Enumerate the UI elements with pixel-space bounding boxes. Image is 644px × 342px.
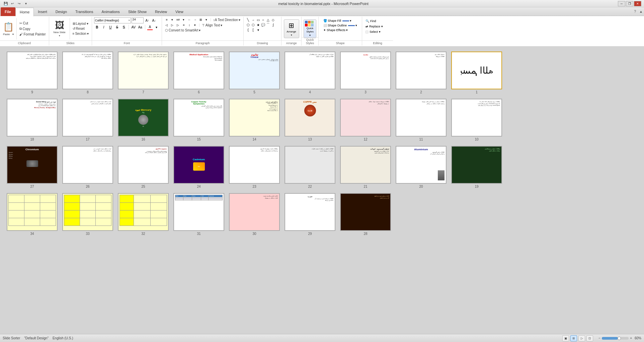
increase-font-size-btn[interactable]: A↑ bbox=[144, 17, 150, 23]
bullets-btn[interactable]: ≡ bbox=[164, 17, 169, 22]
shape-callout[interactable]: 💬 bbox=[261, 22, 265, 27]
paste-label[interactable]: Paste bbox=[2, 32, 11, 36]
font-size-select[interactable]: 24 bbox=[132, 17, 144, 23]
tab-slideshow[interactable]: Slide Show bbox=[124, 7, 151, 16]
slide-20[interactable]: Aluminium اطلاعات عنصر آلومینیومو خواص ف… bbox=[396, 146, 447, 188]
cut-button[interactable]: ✂ Cut bbox=[18, 21, 47, 25]
select-btn[interactable]: ⬚ Select ▾ bbox=[364, 29, 391, 34]
decrease-indent-btn[interactable]: ← bbox=[187, 17, 192, 22]
tab-animations[interactable]: Animations bbox=[97, 7, 124, 16]
zoom-handle[interactable] bbox=[618, 337, 621, 340]
align-text-btn[interactable]: ⊤ Align Text ▾ bbox=[201, 23, 223, 27]
numbering-btn[interactable]: ≡# bbox=[175, 17, 181, 22]
change-case-btn[interactable]: Aa bbox=[137, 24, 143, 30]
close-btn[interactable]: ✕ bbox=[634, 1, 641, 6]
shape-connector[interactable]: ⌒ bbox=[266, 22, 270, 27]
find-btn[interactable]: 🔍 Find bbox=[364, 19, 391, 23]
slide-6[interactable]: Medical Application Bone plates, pace ma… bbox=[173, 52, 224, 94]
shape-diamond[interactable]: ◇ bbox=[271, 17, 275, 22]
slide-14[interactable]: منابع مس در بدن Copper Cookware .1Dental… bbox=[229, 99, 280, 141]
slide-8[interactable]: مطالعات زیادی نشان می‌دهد که آلومینیوم و… bbox=[62, 52, 113, 94]
shape-oval[interactable]: ○ bbox=[261, 17, 265, 22]
slide-32[interactable]: 32 bbox=[118, 193, 169, 236]
view-slideshow-btn[interactable]: ⊡ bbox=[586, 335, 593, 341]
redo-btn[interactable]: ↪ bbox=[16, 1, 22, 7]
paste-button[interactable]: 📋 bbox=[3, 22, 14, 32]
slide-27[interactable]: Chromium Symbol:Number:Melting:Boiling: … bbox=[7, 146, 58, 188]
bullets-arrow[interactable]: ▾ bbox=[170, 17, 175, 22]
slide-29[interactable]: سرب اطلاعات مرتبط با سرب و سمیت آنHolo م… bbox=[285, 193, 335, 236]
view-normal-btn[interactable]: ▣ bbox=[562, 335, 569, 341]
convert-smartart-btn[interactable]: ⬡ Convert to SmartArt ▾ bbox=[164, 28, 202, 32]
shape-hexagon[interactable]: ⬡ bbox=[251, 22, 255, 27]
slide-30[interactable]: خلاصه نتایج و مقایسه سمیتفلزات مختلف در … bbox=[229, 193, 280, 236]
slide-19[interactable]: مطالعات حیوانی و سرطانزاییترکیبات مختلف … bbox=[451, 146, 502, 188]
tab-transitions[interactable]: Transitions bbox=[71, 7, 97, 16]
paste-arrow[interactable]: ▾ bbox=[11, 32, 15, 36]
slide-21[interactable]: فراوانی آلومینیوم - کوبالت اثرات طولانی … bbox=[340, 146, 391, 188]
slide-23[interactable]: مطالعات اثرات بیولوژیک کادمیومو ارتباط آ… bbox=[229, 146, 280, 188]
slide-22[interactable]: اطلاعات تکمیلی در رابطه با سمیت فلزاتو ک… bbox=[285, 146, 335, 188]
slide-33[interactable]: 33 bbox=[62, 193, 113, 236]
shape-line[interactable]: ╲ bbox=[246, 17, 250, 22]
slide-5[interactable]: تیتانیوم TITANIUM خواص فیزیکی - شیمیایی … bbox=[229, 52, 280, 94]
tab-design[interactable]: Design bbox=[52, 7, 71, 16]
customize-btn[interactable]: ▾ bbox=[23, 1, 29, 7]
italic-btn[interactable]: I bbox=[101, 24, 107, 30]
slide-24[interactable]: Cadmium Cd 24 bbox=[173, 146, 224, 188]
shape-fill-btn[interactable]: 🪣 Shape Fill ▾ bbox=[322, 19, 352, 23]
slide-4[interactable]: قرارات متفاوت بین دو بخش برای مطالعه آنل… bbox=[285, 52, 335, 94]
font-color-arrow[interactable]: ▾ bbox=[154, 24, 160, 30]
shape-more[interactable]: ▾ bbox=[256, 27, 260, 32]
zoom-plus-btn[interactable]: + bbox=[630, 336, 632, 340]
save-btn[interactable]: 💾 bbox=[3, 1, 9, 7]
reset-button[interactable]: ↺ Reset bbox=[72, 26, 90, 31]
shadow-btn[interactable]: S bbox=[121, 24, 127, 30]
undo-btn[interactable]: ↩ bbox=[9, 1, 15, 7]
slide-10[interactable]: مطالعات روی موش‌های rats نشان دادکه کروم… bbox=[451, 99, 502, 141]
font-color-btn[interactable]: A bbox=[147, 24, 153, 30]
shape-pentagon[interactable]: ⬠ bbox=[246, 22, 250, 27]
quick-styles-button[interactable]: Quick Styles ▾ bbox=[304, 19, 316, 38]
bold-btn[interactable]: B bbox=[94, 24, 100, 30]
slide-28[interactable]: اثرات زیستی سرب و تجمعآن در بدن انسان 28 bbox=[340, 193, 391, 236]
shape-triangle[interactable]: △ bbox=[266, 17, 270, 22]
align-right-btn[interactable]: ▷ bbox=[175, 23, 181, 27]
shape-brace[interactable]: { bbox=[246, 27, 250, 32]
columns-btn[interactable]: ⊞ bbox=[198, 17, 204, 22]
font-name-select[interactable]: Calibri (Headings) ▾ bbox=[94, 17, 131, 23]
text-direction-btn[interactable]: ↕A Text Direction ▾ bbox=[212, 18, 241, 22]
tab-home[interactable]: Home bbox=[15, 8, 34, 16]
line-spacing-btn[interactable]: ↕ bbox=[187, 23, 192, 27]
tab-view[interactable]: View bbox=[171, 7, 188, 16]
line-spacing-arrow[interactable]: ▾ bbox=[192, 23, 198, 27]
layout-button[interactable]: ⊞ Layout ▾ bbox=[72, 21, 90, 26]
view-sorter-btn[interactable]: ⊞ bbox=[570, 335, 577, 341]
slide-31[interactable]: Metal Route Chrom Tech Treatments 3 bbox=[173, 193, 224, 236]
zoom-minus-btn[interactable]: − bbox=[598, 336, 600, 340]
slide-18[interactable]: تهیه می شود Dental filling ترکیب mercury… bbox=[7, 99, 58, 141]
decrease-font-size-btn[interactable]: A↓ bbox=[151, 17, 157, 23]
slide-34[interactable]: 34 bbox=[7, 193, 58, 236]
shape-outline-btn[interactable]: ⬜ Shape Outline ▾ bbox=[322, 23, 358, 27]
shape-effects-btn[interactable]: ✦ Shape Effects ▾ bbox=[322, 28, 349, 32]
shape-rect[interactable]: ▭ bbox=[256, 17, 260, 22]
tab-review[interactable]: Review bbox=[151, 7, 171, 16]
minimize-ribbon-btn[interactable]: ▲ bbox=[638, 10, 644, 13]
slide-2[interactable]: محتوای اسلاید دوماطلاعات مربوطه 2 bbox=[396, 52, 447, 94]
para-cols-arrow[interactable]: ▾ bbox=[204, 17, 209, 22]
slide-16[interactable]: جیوه Mercury Hg 80 16 bbox=[118, 99, 169, 141]
slide-13[interactable]: COPPR مس Cu 29 13 bbox=[285, 99, 335, 141]
help-btn[interactable]: ? bbox=[632, 10, 638, 13]
numbering-arrow[interactable]: ▾ bbox=[181, 17, 186, 22]
tab-file[interactable]: File bbox=[1, 7, 15, 16]
shape-arrow[interactable]: → bbox=[251, 17, 255, 22]
increase-indent-btn[interactable]: → bbox=[192, 17, 198, 22]
restore-btn[interactable]: ❐ bbox=[626, 1, 633, 6]
new-slide-button[interactable]: 🖼 New Slide ▾ bbox=[51, 18, 68, 39]
arrange-button[interactable]: ⊞ Arrange ▾ bbox=[284, 19, 299, 38]
slide-15[interactable]: Copper ToxicitySymptomes علائم سمیت مس ش… bbox=[173, 99, 224, 141]
slide-9[interactable]: نتایج مطالعات حیوانی برای مبتوکسیکولوژی … bbox=[7, 52, 58, 94]
replace-btn[interactable]: ⇄ Replace ▾ bbox=[364, 24, 391, 29]
underline-btn[interactable]: U bbox=[107, 24, 113, 30]
